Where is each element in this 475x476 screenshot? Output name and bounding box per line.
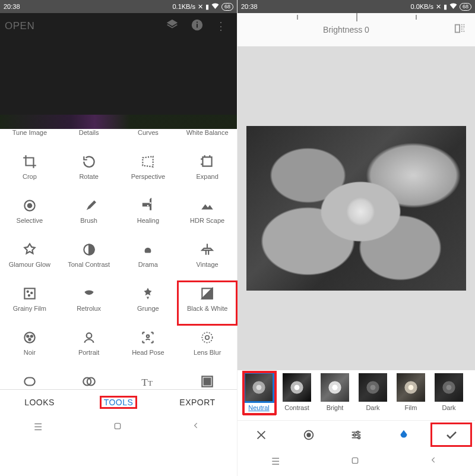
svg-rect-36 bbox=[352, 458, 357, 463]
tool-brush[interactable]: Brush bbox=[59, 193, 119, 237]
svg-point-18 bbox=[86, 333, 91, 338]
tool-selective[interactable]: Selective bbox=[0, 193, 59, 237]
more-icon[interactable]: ⋮ bbox=[216, 20, 226, 33]
do-not-disturb-icon: ✕ bbox=[198, 3, 203, 11]
tool-text[interactable]: TT bbox=[119, 369, 178, 389]
filter-dark[interactable]: Dark bbox=[359, 373, 387, 411]
layers-icon[interactable] bbox=[166, 18, 179, 34]
svg-point-19 bbox=[147, 335, 149, 338]
cancel-button[interactable] bbox=[238, 421, 285, 449]
svg-point-34 bbox=[353, 434, 356, 436]
back-icon[interactable] bbox=[192, 421, 204, 433]
svg-point-15 bbox=[27, 335, 28, 337]
tool-hdr-scape[interactable]: HDR Scape bbox=[178, 193, 237, 237]
tool-portrait[interactable]: Portrait bbox=[59, 325, 119, 369]
adjustment-label[interactable]: Brightness 0 bbox=[242, 25, 450, 34]
svg-point-4 bbox=[28, 204, 32, 208]
svg-point-35 bbox=[358, 436, 360, 439]
filter-thumb bbox=[321, 373, 349, 402]
tab-export[interactable]: EXPORT bbox=[158, 390, 237, 414]
tool-grunge[interactable]: Grunge bbox=[119, 281, 178, 325]
compare-icon[interactable] bbox=[450, 18, 470, 41]
tool-noir[interactable]: Noir bbox=[0, 325, 59, 369]
android-navbar: ☰ bbox=[0, 414, 237, 440]
network-speed: 0.1KB/s bbox=[172, 3, 195, 10]
clock: 20:38 bbox=[241, 3, 258, 10]
tool-healing[interactable]: Healing bbox=[119, 193, 178, 237]
open-button[interactable]: OPEN bbox=[5, 20, 34, 32]
wifi-icon bbox=[211, 3, 219, 10]
tool-lens-blur[interactable]: Lens Blur bbox=[178, 325, 237, 369]
status-bar: 20:38 0.1KB/s ✕ ▮ 68 bbox=[0, 0, 237, 13]
svg-point-17 bbox=[28, 339, 30, 341]
tool-head-pose[interactable]: Head Pose bbox=[119, 325, 178, 369]
tool-drama[interactable]: Drama bbox=[119, 237, 178, 281]
back-icon[interactable] bbox=[429, 456, 441, 468]
battery-indicator: 68 bbox=[460, 3, 471, 11]
clock: 20:38 bbox=[4, 3, 20, 10]
color-picker-button[interactable] bbox=[380, 421, 428, 449]
tool-double-exposure[interactable] bbox=[59, 369, 119, 389]
filter-thumb bbox=[359, 373, 387, 402]
filter-darker[interactable]: Dark bbox=[435, 373, 463, 411]
tools-panel: Tune Image Details Curves White Balance … bbox=[0, 129, 237, 389]
info-icon[interactable] bbox=[191, 18, 204, 34]
confirm-button[interactable] bbox=[428, 421, 475, 449]
svg-point-32 bbox=[307, 433, 311, 437]
image-canvas[interactable] bbox=[238, 46, 475, 370]
tool-black-and-white[interactable]: Black & White bbox=[178, 281, 237, 325]
tool-crop[interactable]: Crop bbox=[0, 149, 59, 193]
tool-rotate[interactable]: Rotate bbox=[59, 149, 119, 193]
tool-white-balance[interactable]: White Balance bbox=[178, 129, 237, 149]
tool-details[interactable]: Details bbox=[59, 129, 119, 149]
recents-icon[interactable]: ☰ bbox=[34, 421, 46, 433]
filter-options-button[interactable] bbox=[285, 421, 332, 449]
filter-thumb bbox=[397, 373, 425, 402]
filter-film[interactable]: Film bbox=[397, 373, 425, 411]
tool-frames[interactable] bbox=[178, 369, 237, 389]
tool-curves[interactable]: Curves bbox=[119, 129, 178, 149]
network-speed: 0.0KB/s bbox=[410, 3, 433, 10]
home-icon[interactable] bbox=[113, 421, 125, 433]
svg-point-5 bbox=[145, 207, 147, 209]
svg-point-20 bbox=[202, 332, 212, 342]
tool-perspective[interactable]: Perspective bbox=[119, 149, 178, 193]
dimmed-canvas: OPEN ⋮ bbox=[0, 13, 237, 129]
bottom-tabs: LOOKS TOOLS EXPORT bbox=[0, 389, 237, 414]
wifi-icon bbox=[449, 3, 457, 10]
status-bar: 20:38 0.0KB/s ✕ ▮ 68 bbox=[238, 0, 475, 13]
tool-vintage[interactable]: Vintage bbox=[178, 237, 237, 281]
svg-rect-2 bbox=[197, 21, 198, 23]
tool-vignette[interactable] bbox=[0, 369, 59, 389]
tool-grainy-film[interactable]: Grainy Film bbox=[0, 281, 59, 325]
svg-point-12 bbox=[28, 295, 30, 296]
svg-rect-9 bbox=[24, 288, 34, 298]
recents-icon[interactable]: ☰ bbox=[271, 456, 283, 468]
svg-point-10 bbox=[27, 291, 28, 292]
slider-tick bbox=[416, 15, 417, 20]
tool-tune-image[interactable]: Tune Image bbox=[0, 129, 59, 149]
tool-tonal-contrast[interactable]: Tonal Contrast bbox=[59, 237, 119, 281]
tool-expand[interactable]: Expand bbox=[178, 149, 237, 193]
filter-contrast[interactable]: Contrast bbox=[283, 373, 311, 411]
svg-point-6 bbox=[147, 205, 149, 207]
tool-retrolux[interactable]: Retrolux bbox=[59, 281, 119, 325]
svg-text:T: T bbox=[142, 377, 148, 388]
svg-text:T: T bbox=[148, 379, 153, 387]
svg-rect-29 bbox=[115, 423, 120, 428]
signal-icon: ▮ bbox=[444, 3, 447, 11]
svg-rect-22 bbox=[24, 378, 34, 386]
action-bar bbox=[238, 420, 475, 449]
slider-tick bbox=[297, 15, 298, 20]
tune-button[interactable] bbox=[332, 421, 380, 449]
svg-point-14 bbox=[24, 332, 34, 342]
home-icon[interactable] bbox=[350, 456, 362, 468]
tool-glamour-glow[interactable]: Glamour Glow bbox=[0, 237, 59, 281]
battery-indicator: 68 bbox=[221, 3, 233, 11]
highlight-frame bbox=[243, 371, 276, 415]
tab-tools[interactable]: TOOLS bbox=[79, 390, 158, 414]
filter-bright[interactable]: Bright bbox=[321, 373, 349, 411]
slider-tick-center bbox=[356, 13, 357, 21]
tab-looks[interactable]: LOOKS bbox=[0, 390, 79, 414]
svg-rect-30 bbox=[455, 25, 460, 33]
